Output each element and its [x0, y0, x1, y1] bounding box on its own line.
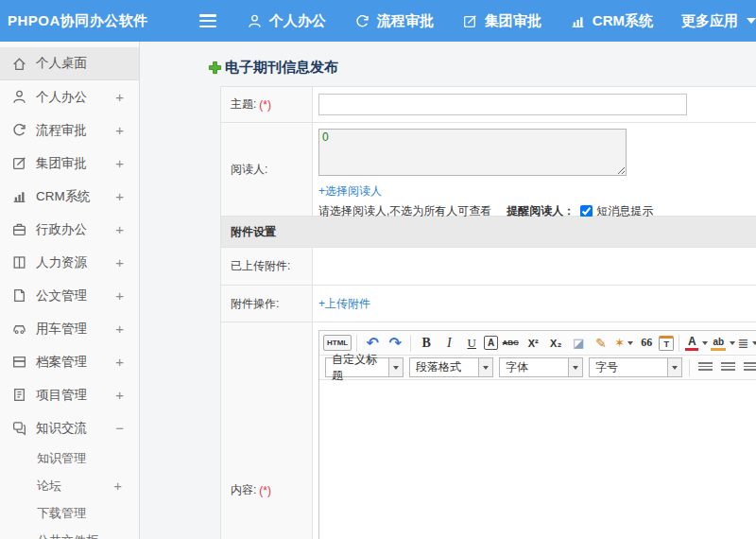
toolbar-separator: [410, 335, 411, 352]
sidebar-item-personal-desktop[interactable]: 个人桌面: [0, 47, 139, 80]
italic-button[interactable]: I: [438, 333, 459, 354]
chevron-down-icon: [747, 18, 756, 24]
sidebar-item-knowledge-exchange[interactable]: 知识交流 −: [0, 411, 139, 444]
sidebar-item-vehicle-management[interactable]: 用车管理 +: [0, 312, 139, 345]
paragraph-format-select[interactable]: 段落格式: [409, 357, 493, 377]
nav-group-approval[interactable]: 集团审批: [462, 12, 541, 30]
bold-button[interactable]: B: [416, 333, 437, 354]
sidebar-item-archive-management[interactable]: 档案管理 +: [0, 345, 139, 378]
sidebar-item-project-management[interactable]: 项目管理 +: [0, 378, 139, 411]
choose-readers-link[interactable]: +选择阅读人: [318, 184, 382, 198]
sidebar-item-human-resources[interactable]: 人力资源 +: [0, 246, 139, 279]
attachment-ops-label-cell: 附件操作:: [221, 286, 313, 322]
page-title: 电子期刊信息发布: [208, 59, 756, 77]
paste-plain-text-button[interactable]: T: [659, 336, 674, 351]
nav-process-approval[interactable]: 流程审批: [354, 12, 434, 30]
subject-content-cell: [313, 87, 756, 122]
quick-format-wand-button[interactable]: ✶: [613, 333, 634, 354]
blockquote-button[interactable]: 66: [636, 333, 657, 354]
sidebar-item-crm-system[interactable]: CRM系统 +: [0, 180, 139, 213]
expand-icon[interactable]: +: [115, 387, 124, 403]
font-color-button[interactable]: A: [684, 333, 708, 354]
expand-icon[interactable]: +: [115, 122, 124, 138]
underline-button[interactable]: U: [461, 333, 482, 354]
nav-label: CRM系统: [593, 12, 653, 30]
dropdown-arrow-icon: [627, 341, 633, 345]
sidebar-item-group-approval[interactable]: 集团审批 +: [0, 147, 139, 180]
highlight-color-button[interactable]: ab: [710, 333, 735, 354]
expand-icon[interactable]: +: [115, 321, 124, 337]
ordered-list-button[interactable]: ≣: [737, 333, 756, 354]
readers-textarea[interactable]: 0: [318, 129, 627, 176]
sidebar-item-label: 公文管理: [36, 287, 87, 304]
upload-attachment-link[interactable]: +上传附件: [318, 296, 370, 312]
collapse-icon[interactable]: −: [115, 420, 124, 436]
align-left-button[interactable]: [695, 357, 715, 378]
expand-icon[interactable]: +: [115, 89, 124, 105]
nav-more-apps[interactable]: 更多应用: [681, 12, 756, 30]
content-row: 内容: (*) HTML ↶ ↷ B I U A: [221, 322, 756, 539]
attachment-section-title: 附件设置: [221, 217, 756, 247]
sidebar: 个人桌面 个人办公 + 流程审批 + 集团审批 + CRM系统 + 行政办公 +…: [0, 42, 140, 539]
custom-heading-select[interactable]: 自定义标题: [325, 357, 404, 377]
editor-content-area[interactable]: [319, 380, 756, 539]
expand-icon[interactable]: +: [115, 254, 124, 270]
align-center-icon: [721, 362, 735, 373]
edit-icon: [462, 13, 478, 29]
superscript-button[interactable]: X²: [523, 333, 543, 354]
uploaded-attachments-content: [313, 248, 756, 285]
sidebar-subitem-knowledge-management[interactable]: 知识管理: [0, 444, 139, 472]
nav-personal-office[interactable]: 个人办公: [247, 12, 326, 30]
expand-icon[interactable]: +: [115, 354, 124, 370]
sidebar-item-label: 论坛: [37, 478, 61, 495]
sidebar-item-personal-office[interactable]: 个人办公 +: [0, 80, 139, 113]
redo-button[interactable]: ↷: [385, 333, 405, 354]
main-content: 电子期刊信息发布 主题: (*) 阅读人: 0 +选择阅读人: [140, 42, 756, 539]
expand-icon[interactable]: +: [115, 188, 124, 204]
undo-button[interactable]: ↶: [362, 333, 383, 354]
font-family-select[interactable]: 字体: [499, 357, 583, 377]
remove-format-eraser-button[interactable]: ◪: [568, 333, 589, 354]
align-left-icon: [698, 362, 713, 373]
book-icon: [11, 254, 27, 270]
html-source-button[interactable]: HTML: [323, 335, 352, 351]
sidebar-item-process-approval[interactable]: 流程审批 +: [0, 113, 139, 147]
font-size-select[interactable]: 字号: [589, 357, 682, 377]
subject-input[interactable]: [318, 94, 687, 115]
chat-icon: [11, 420, 27, 436]
sidebar-item-label: 项目管理: [36, 387, 87, 404]
expand-icon[interactable]: +: [115, 155, 124, 171]
subscript-button[interactable]: X₂: [545, 333, 566, 354]
strikethrough-button[interactable]: ABC: [500, 333, 521, 354]
sidebar-subitem-download-management[interactable]: 下载管理: [0, 499, 139, 527]
attachment-ops-label: 附件操作:: [231, 296, 279, 312]
content-label-cell: 内容: (*): [221, 322, 313, 539]
font-style-button[interactable]: A: [484, 336, 498, 350]
sidebar-item-label: CRM系统: [36, 188, 91, 205]
expand-icon[interactable]: +: [115, 287, 124, 304]
nav-crm-system[interactable]: CRM系统: [570, 12, 653, 30]
align-center-button[interactable]: [717, 357, 738, 378]
process-icon: [11, 122, 27, 138]
hamburger-menu-icon[interactable]: [199, 14, 218, 27]
chart-icon: [11, 188, 27, 204]
wand-icon: ✶: [614, 336, 625, 350]
nav-label: 个人办公: [269, 12, 326, 30]
sidebar-subitem-public-file-cabinet[interactable]: 公共文件柜: [0, 527, 139, 539]
align-right-button[interactable]: [740, 357, 756, 378]
uploaded-attachments-row: 已上传附件:: [221, 248, 756, 286]
toolbar-separator: [679, 335, 679, 352]
expand-icon[interactable]: +: [115, 221, 124, 237]
sidebar-item-admin-office[interactable]: 行政办公 +: [0, 213, 139, 246]
expand-icon[interactable]: +: [113, 478, 122, 494]
sidebar-item-label: 集团审批: [36, 155, 87, 172]
sidebar-item-document-management[interactable]: 公文管理 +: [0, 279, 139, 312]
subject-label-cell: 主题: (*): [221, 87, 313, 122]
sidebar-item-label: 档案管理: [36, 354, 87, 371]
nav-label: 更多应用: [681, 12, 738, 30]
toolbar-separator: [356, 335, 357, 352]
format-painter-button[interactable]: ✎: [591, 333, 611, 354]
dropdown-arrow-icon: [702, 341, 708, 345]
car-icon: [11, 321, 27, 337]
sidebar-subitem-forum[interactable]: 论坛 +: [0, 472, 139, 499]
